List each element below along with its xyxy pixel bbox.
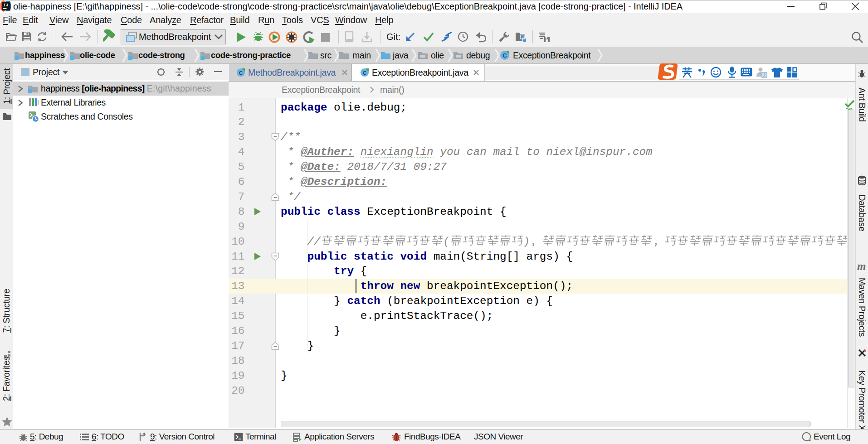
svg-text:2: 2 [763, 73, 766, 78]
svg-text:IJ: IJ [3, 3, 8, 8]
svg-text:C: C [502, 52, 507, 59]
svg-text:C: C [239, 70, 243, 76]
svg-text:C: C [363, 70, 367, 76]
